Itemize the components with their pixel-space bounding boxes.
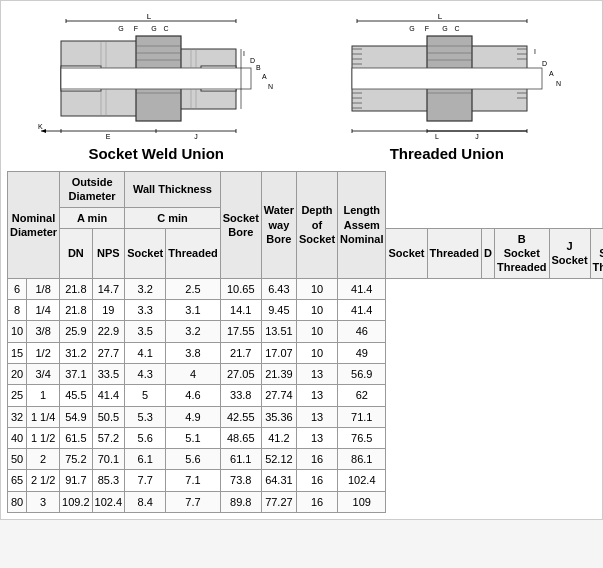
table-cell: 3/8 [27, 321, 60, 342]
header-c-min: C min [125, 207, 221, 228]
table-cell: 102.4 [92, 491, 125, 512]
table-cell: 37.1 [60, 363, 93, 384]
socket-weld-svg: L G F G C [36, 11, 276, 141]
table-cell: 17.55 [220, 321, 261, 342]
svg-text:F: F [425, 25, 429, 32]
svg-text:L: L [435, 133, 439, 140]
table-cell: 8.4 [125, 491, 166, 512]
table-cell: 4.3 [125, 363, 166, 384]
svg-text:G: G [409, 25, 414, 32]
socket-weld-label: Socket Weld Union [88, 145, 224, 162]
data-table-wrapper: NominalDiameter Outside Diameter Wall Th… [1, 167, 602, 519]
header-b: BSocketThreaded [495, 228, 550, 278]
table-cell: 20 [8, 363, 27, 384]
table-cell: 14.7 [92, 278, 125, 299]
table-row: 151/231.227.74.13.821.717.071049 [8, 342, 604, 363]
table-cell: 49 [338, 342, 386, 363]
header-wall-thickness: Wall Thickness [125, 172, 221, 208]
table-cell: 89.8 [220, 491, 261, 512]
table-cell: 25 [8, 385, 27, 406]
table-cell: 1/2 [27, 342, 60, 363]
table-row: 61/821.814.73.22.510.656.431041.4 [8, 278, 604, 299]
table-cell: 6.1 [125, 449, 166, 470]
header-water-bore: Waterway Bore [261, 172, 296, 279]
svg-text:N: N [556, 80, 561, 87]
table-cell: 2.5 [166, 278, 221, 299]
table-cell: 5 [125, 385, 166, 406]
table-cell: 2 [27, 449, 60, 470]
svg-text:G: G [442, 25, 447, 32]
table-cell: 19 [92, 300, 125, 321]
table-cell: 13 [296, 363, 337, 384]
table-cell: 41.4 [338, 278, 386, 299]
svg-text:A: A [262, 73, 267, 80]
table-cell: 3 [27, 491, 60, 512]
table-cell: 80 [8, 491, 27, 512]
table-cell: 16 [296, 491, 337, 512]
table-cell: 25.9 [60, 321, 93, 342]
table-cell: 3.5 [125, 321, 166, 342]
table-cell: 41.4 [338, 300, 386, 321]
table-cell: 16 [296, 449, 337, 470]
table-cell: 14.1 [220, 300, 261, 321]
table-cell: 13 [296, 385, 337, 406]
table-cell: 5.6 [125, 427, 166, 448]
table-cell: 86.1 [338, 449, 386, 470]
table-cell: 3.3 [125, 300, 166, 321]
table-cell: 10 [8, 321, 27, 342]
table-cell: 40 [8, 427, 27, 448]
table-cell: 5.6 [166, 449, 221, 470]
table-cell: 27.05 [220, 363, 261, 384]
header-threaded-wt: Threaded [427, 228, 482, 278]
header-dn: DN [60, 228, 93, 278]
header-depth-socket: DepthofSocket [296, 172, 337, 279]
table-row: 25145.541.454.633.827.741362 [8, 385, 604, 406]
table-cell: 71.1 [338, 406, 386, 427]
table-cell: 33.8 [220, 385, 261, 406]
table-cell: 35.36 [261, 406, 296, 427]
table-cell: 41.4 [92, 385, 125, 406]
table-cell: 1 1/4 [27, 406, 60, 427]
table-cell: 16 [296, 470, 337, 491]
svg-text:D: D [542, 60, 547, 67]
table-cell: 10 [296, 321, 337, 342]
table-cell: 64.31 [261, 470, 296, 491]
main-container: L G F G C [0, 0, 603, 520]
table-cell: 50.5 [92, 406, 125, 427]
table-cell: 5.3 [125, 406, 166, 427]
table-row: 803109.2102.48.47.789.877.2716109 [8, 491, 604, 512]
table-cell: 21.7 [220, 342, 261, 363]
table-cell: 56.9 [338, 363, 386, 384]
header-nps: NPS [92, 228, 125, 278]
table-cell: 4.6 [166, 385, 221, 406]
table-header-row-1: NominalDiameter Outside Diameter Wall Th… [8, 172, 604, 208]
table-cell: 45.5 [60, 385, 93, 406]
table-body: 61/821.814.73.22.510.656.431041.481/421.… [8, 278, 604, 512]
table-cell: 62 [338, 385, 386, 406]
table-cell: 9.45 [261, 300, 296, 321]
svg-text:B: B [256, 64, 261, 71]
table-cell: 21.8 [60, 300, 93, 321]
svg-text:F: F [134, 25, 138, 32]
table-cell: 31.2 [60, 342, 93, 363]
threaded-diagram: L G F G C [302, 11, 593, 162]
table-cell: 41.2 [261, 427, 296, 448]
header-d: D [482, 228, 495, 278]
table-cell: 15 [8, 342, 27, 363]
table-cell: 2 1/2 [27, 470, 60, 491]
socket-weld-diagram: L G F G C [11, 11, 302, 162]
table-row: 321 1/454.950.55.34.942.5535.361371.1 [8, 406, 604, 427]
table-cell: 13 [296, 427, 337, 448]
svg-text:L: L [147, 12, 152, 21]
table-cell: 3/4 [27, 363, 60, 384]
header-socket-wt: Socket [386, 228, 427, 278]
svg-text:C: C [454, 25, 459, 32]
dimensions-table: NominalDiameter Outside Diameter Wall Th… [7, 171, 603, 513]
header-a-min: A min [60, 207, 125, 228]
svg-text:L: L [438, 12, 443, 21]
table-cell: 13 [296, 406, 337, 427]
table-cell: 1 1/2 [27, 427, 60, 448]
table-cell: 1 [27, 385, 60, 406]
table-cell: 46 [338, 321, 386, 342]
table-cell: 57.2 [92, 427, 125, 448]
